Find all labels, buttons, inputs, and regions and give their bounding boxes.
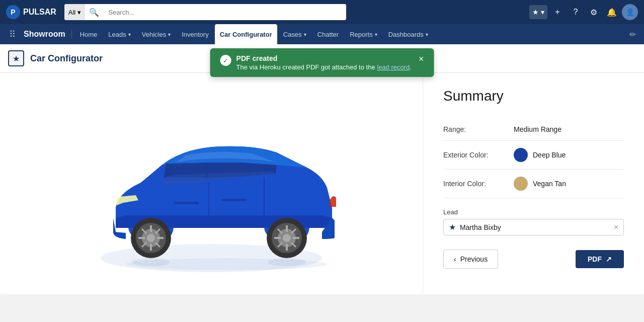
nav-vehicles-chevron: ▾ <box>168 32 171 37</box>
nav-item-chatter[interactable]: Chatter <box>312 24 344 44</box>
search-input[interactable] <box>103 4 346 20</box>
app-name: PULSAR <box>23 8 56 17</box>
nav-leads-chevron: ▾ <box>128 32 131 37</box>
lead-section: Lead ★ Martha Bixby × <box>443 208 624 235</box>
toast-close-button[interactable]: × <box>419 54 424 63</box>
logo: P PULSAR <box>6 5 56 19</box>
svg-rect-3 <box>174 202 199 204</box>
exterior-color-name: Deep Blue <box>533 151 566 159</box>
nav-dashboards-chevron: ▾ <box>426 32 428 37</box>
search-icon: 🔍 <box>85 8 103 17</box>
logo-icon: P <box>6 5 20 19</box>
nav-cases-label: Cases <box>283 31 302 38</box>
nav-item-car-configurator[interactable]: Car Configurator <box>215 24 277 44</box>
exterior-color-dot <box>514 148 528 162</box>
toast-message-text: The via Heroku created PDF got attached … <box>236 63 375 71</box>
nav-home-label: Home <box>80 31 98 38</box>
nav-item-dashboards[interactable]: Dashboards ▾ <box>383 24 433 44</box>
nav-chatter-label: Chatter <box>317 31 339 38</box>
interior-color-name: Vegan Tan <box>533 180 566 188</box>
toast-lead-link[interactable]: lead record <box>377 63 410 71</box>
page-title: Car Configurator <box>30 53 103 64</box>
top-navigation-bar: P PULSAR All ▾ 🔍 ★ ▾ + ? ⚙ 🔔 👤 <box>0 0 644 24</box>
car-image <box>70 87 352 280</box>
export-icon: ↗ <box>606 255 612 263</box>
toast-title: PDF created <box>236 54 412 62</box>
interior-color-dot <box>514 177 528 191</box>
summary-section: Summary Range: Medium Range Exterior Col… <box>423 73 644 294</box>
user-avatar[interactable]: 👤 <box>622 4 638 20</box>
nav-inventory-label: Inventory <box>182 31 208 38</box>
chevron-left-icon: ‹ <box>454 255 456 263</box>
pdf-label: PDF <box>588 255 602 263</box>
lead-input-field[interactable]: ★ Martha Bixby × <box>443 219 624 235</box>
nav-car-configurator-label: Car Configurator <box>220 31 272 38</box>
svg-point-8 <box>147 234 155 242</box>
pdf-button[interactable]: PDF ↗ <box>576 250 624 268</box>
toast-message: The via Heroku created PDF got attached … <box>236 63 412 71</box>
success-toast: ✓ PDF created The via Heroku created PDF… <box>210 48 434 77</box>
star-icon: ★ <box>532 8 539 16</box>
svg-point-30 <box>132 258 170 266</box>
help-button[interactable]: ? <box>568 4 584 20</box>
exterior-color-label: Exterior Color: <box>443 151 514 159</box>
grid-icon[interactable]: ⠿ <box>4 29 21 40</box>
interior-color-label: Interior Color: <box>443 180 514 188</box>
nav-item-reports[interactable]: Reports ▾ <box>345 24 382 44</box>
lead-label: Lead <box>443 208 624 216</box>
nav-item-cases[interactable]: Cases ▾ <box>278 24 311 44</box>
nav-reports-chevron: ▾ <box>375 32 377 37</box>
toast-content: PDF created The via Heroku created PDF g… <box>236 54 412 71</box>
app-navigation-bar: ⠿ Showroom Home Leads ▾ Vehicles ▾ Inven… <box>0 24 644 44</box>
previous-label: Previous <box>460 255 488 263</box>
plus-icon: + <box>555 8 559 17</box>
nav-leads-label: Leads <box>108 31 126 38</box>
search-bar: All ▾ 🔍 <box>64 4 346 20</box>
avatar-initials: 👤 <box>626 8 634 16</box>
lead-star-icon: ★ <box>449 222 456 232</box>
nav-cases-chevron: ▾ <box>304 32 306 37</box>
action-buttons: ‹ Previous PDF ↗ <box>443 250 624 269</box>
settings-button[interactable]: ⚙ <box>586 4 602 20</box>
nav-dashboards-label: Dashboards <box>388 31 424 38</box>
nav-item-home[interactable]: Home <box>75 24 103 44</box>
favorites-button[interactable]: ★ ▾ <box>529 5 547 19</box>
toast-check-icon: ✓ <box>220 55 231 66</box>
nav-vehicles-label: Vehicles <box>142 31 166 38</box>
app-section-name: Showroom <box>22 30 72 39</box>
bell-icon: 🔔 <box>607 8 617 17</box>
star-icon: ★ <box>13 54 20 63</box>
interior-color-value: Vegan Tan <box>514 177 566 191</box>
svg-point-20 <box>283 234 291 242</box>
gear-icon: ⚙ <box>590 8 597 17</box>
nav-reports-label: Reports <box>350 31 373 38</box>
nav-item-leads[interactable]: Leads ▾ <box>103 24 135 44</box>
search-type-label: All <box>68 9 75 16</box>
search-type-chevron: ▾ <box>77 9 81 16</box>
search-type-selector[interactable]: All ▾ <box>64 4 85 20</box>
chevron-down-icon: ▾ <box>541 8 544 16</box>
svg-point-31 <box>268 258 306 266</box>
svg-rect-4 <box>221 199 247 201</box>
page-header-icon: ★ <box>8 50 24 66</box>
car-image-section <box>0 73 423 294</box>
notifications-button[interactable]: 🔔 <box>604 4 620 20</box>
help-icon: ? <box>574 8 578 17</box>
lead-clear-button[interactable]: × <box>614 223 618 232</box>
car-svg <box>70 87 352 278</box>
lead-name: Martha Bixby <box>460 223 610 231</box>
nav-item-inventory[interactable]: Inventory <box>177 24 213 44</box>
summary-title: Summary <box>443 88 624 104</box>
range-value: Medium Range <box>514 125 561 133</box>
range-label: Range: <box>443 125 514 133</box>
nav-item-vehicles[interactable]: Vehicles ▾ <box>137 24 176 44</box>
range-row: Range: Medium Range <box>443 118 624 141</box>
top-bar-actions: ★ ▾ + ? ⚙ 🔔 👤 <box>529 4 638 20</box>
exterior-color-row: Exterior Color: Deep Blue <box>443 141 624 170</box>
nav-edit-icon[interactable]: ✏ <box>625 30 640 39</box>
add-button[interactable]: + <box>549 4 566 20</box>
exterior-color-value: Deep Blue <box>514 148 566 162</box>
interior-color-row: Interior Color: Vegan Tan <box>443 170 624 198</box>
configurator-panel: Summary Range: Medium Range Exterior Col… <box>0 73 644 294</box>
previous-button[interactable]: ‹ Previous <box>443 250 498 269</box>
